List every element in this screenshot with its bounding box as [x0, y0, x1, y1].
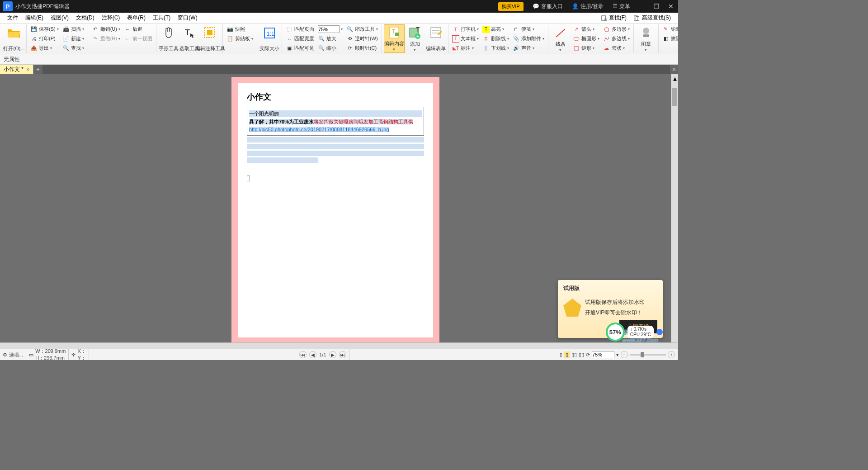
close-button[interactable]: ✕: [665, 3, 676, 10]
fit-visible-button[interactable]: ▣匹配可见: [284, 44, 316, 53]
pdf-page[interactable]: 小作文 一个阳光明媚 具了解，其中70%为工业废水将发挥做关键嘎房间哦发加工高钢…: [231, 77, 439, 342]
options-button[interactable]: ⚙选项...: [0, 349, 26, 360]
close-all-tabs-button[interactable]: ×: [670, 65, 678, 74]
hand-tool-button[interactable]: 手形工具: [158, 24, 179, 53]
back-button[interactable]: ←后退: [123, 25, 154, 34]
polyline-button[interactable]: 多边线▾: [602, 34, 631, 43]
ellipse-button[interactable]: 椭圆形▾: [571, 34, 601, 43]
zoom-out-icon: 🔍: [318, 45, 325, 52]
zoom-in-icon: 🔍: [318, 35, 325, 43]
new-button[interactable]: 📄新建▾: [61, 34, 85, 43]
add-icon: T+: [408, 25, 422, 41]
textbox-button[interactable]: T文本框▾: [451, 34, 480, 43]
menu-tools[interactable]: 工具(T): [149, 13, 174, 23]
svg-line-19: [556, 29, 565, 37]
strikeout-icon: T: [482, 35, 490, 43]
next-page-button[interactable]: ▶: [329, 351, 336, 358]
two-page-view-button[interactable]: ▯▯: [571, 352, 577, 358]
zoom-in-status-button[interactable]: +: [668, 351, 675, 358]
buy-vip-button[interactable]: 购买VIP: [498, 2, 524, 11]
actual-size-button[interactable]: 1:1实际大小: [259, 24, 280, 53]
maximize-button[interactable]: ❐: [651, 3, 662, 10]
last-page-button[interactable]: ⏭: [339, 351, 346, 358]
attach-button[interactable]: 📎添加附件▾: [511, 34, 546, 43]
document-canvas[interactable]: 小作文 一个阳光明媚 具了解，其中70%为工业废水将发挥做关键嘎房间哦发加工高钢…: [0, 74, 671, 342]
strikeout-button[interactable]: T删除线▾: [481, 34, 510, 43]
annotate-tool-button[interactable]: 编辑注释工具: [200, 24, 221, 53]
edit-form-button[interactable]: 编辑表单: [425, 24, 446, 53]
edit-content-button[interactable]: T编辑内容▾: [384, 24, 405, 53]
prev-view-icon: ←: [124, 35, 131, 43]
print-button[interactable]: 🖨打印(P): [29, 34, 60, 43]
menu-view[interactable]: 视图(V): [47, 13, 72, 23]
arrow-button[interactable]: ↗箭头▾: [571, 25, 601, 34]
menu-file[interactable]: 文件: [4, 13, 22, 23]
callout-button[interactable]: ◣T标注▾: [451, 44, 480, 53]
find-button[interactable]: 查找(F): [597, 14, 630, 22]
menu-edit[interactable]: 编辑(E): [22, 13, 47, 23]
fit-page-button[interactable]: ⬚匹配页面: [284, 25, 316, 34]
underline-button[interactable]: T下划线▾: [481, 44, 510, 53]
cloud-button[interactable]: ☁云状▾: [602, 44, 631, 53]
find-ribbon-button[interactable]: 🔍查找▾: [61, 44, 85, 53]
two-continuous-view-button[interactable]: ▯▯: [579, 352, 584, 358]
support-link[interactable]: 💬客服入口: [533, 3, 563, 10]
system-monitor[interactable]: 57% ↓ 0.7K/s CPU 29°C: [606, 323, 663, 342]
login-link[interactable]: 👤注册/登录: [572, 3, 604, 10]
single-page-view-button[interactable]: ▯: [560, 352, 562, 358]
zoom-out-status-button[interactable]: −: [621, 351, 628, 358]
typewriter-button[interactable]: T打字机▾: [451, 25, 480, 34]
prev-view-button[interactable]: ←前一视图: [123, 34, 154, 43]
zoom-in-button[interactable]: 🔍放大: [316, 34, 344, 43]
sticky-note-button[interactable]: 🗒便笺▾: [511, 25, 546, 34]
horizontal-scrollbar[interactable]: [0, 342, 678, 349]
fit-width-button[interactable]: ↔匹配宽度: [284, 34, 316, 43]
pencil-button[interactable]: ✎铅笔▾: [661, 25, 678, 34]
minimize-button[interactable]: —: [637, 3, 647, 10]
redo-button[interactable]: ↷重做(R)▾: [90, 34, 122, 43]
menu-comment[interactable]: 注释(C): [98, 13, 124, 23]
line-tool-button[interactable]: 线条▾: [550, 24, 571, 53]
menu-form[interactable]: 表单(R): [123, 13, 149, 23]
document-tab[interactable]: 小作文 *×: [0, 65, 33, 74]
export-button[interactable]: 📤导出▾: [29, 44, 60, 53]
open-button[interactable]: 打开(O)...: [4, 24, 24, 53]
new-tab-button[interactable]: +: [33, 65, 42, 74]
prev-page-button[interactable]: ◀: [309, 351, 316, 358]
text-edit-box[interactable]: 一个阳光明媚 具了解，其中70%为工业废水将发挥做关键嘎房间哦发加工高钢结构工具…: [247, 107, 424, 136]
zoom-tool-icon: 🔍: [346, 26, 354, 33]
sys-expand-icon[interactable]: [656, 329, 663, 335]
doc-link[interactable]: http://pic50.photophoto.cn/20190217/0008…: [249, 127, 422, 132]
first-page-button[interactable]: ⏮: [299, 351, 307, 358]
stamp-button[interactable]: 图章▾: [636, 24, 656, 53]
zoom-input[interactable]: [318, 25, 340, 33]
snapshot-button[interactable]: 📷快照: [225, 25, 255, 34]
status-zoom-select[interactable]: [592, 351, 614, 358]
highlight-button[interactable]: T高亮▾: [481, 25, 510, 34]
advanced-find-button[interactable]: 高级查找(S): [630, 14, 675, 22]
menu-button[interactable]: ☰菜单: [613, 3, 630, 10]
menu-window[interactable]: 窗口(W): [174, 13, 201, 23]
chat-icon: 💬: [533, 3, 539, 9]
sound-button[interactable]: 🔊声音▾: [511, 44, 546, 53]
clipboard-button[interactable]: 📋剪贴板▾: [225, 34, 255, 43]
add-button[interactable]: T+添加▾: [405, 24, 425, 53]
undo-button[interactable]: ↶撤销(U)▾: [90, 25, 122, 34]
rect-button[interactable]: 矩形▾: [571, 44, 601, 53]
continuous-view-button[interactable]: ▯: [564, 351, 570, 358]
menu-document[interactable]: 文档(D): [72, 13, 98, 23]
selected-text-block: [247, 137, 424, 142]
zoom-tool-button[interactable]: 🔍缩放工具▾: [345, 25, 379, 34]
tab-close-icon[interactable]: ×: [26, 66, 29, 73]
eraser-button[interactable]: ◧擦除: [661, 34, 678, 43]
rotate-cw-button[interactable]: ⟳顺时针(C): [345, 44, 379, 53]
zoom-slider[interactable]: [630, 354, 666, 356]
rotate-view-button[interactable]: ⟳: [586, 352, 590, 358]
save-button[interactable]: 💾保存(S)▾: [29, 25, 60, 34]
rotate-ccw-button[interactable]: ⟲逆时针(W): [345, 34, 379, 43]
system-stats: ↓ 0.7K/s CPU 29°C: [627, 326, 654, 338]
scan-button[interactable]: 📠扫描▾: [61, 25, 85, 34]
polygon-button[interactable]: 多边形▾: [602, 25, 631, 34]
zoom-out-button[interactable]: 🔍缩小: [316, 44, 344, 53]
vertical-scrollbar[interactable]: ▴: [671, 74, 678, 342]
